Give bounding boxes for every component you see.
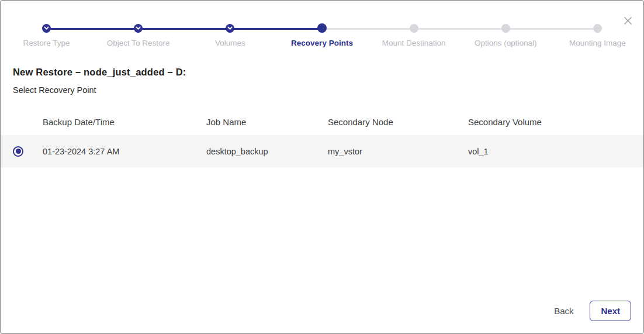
wizard-footer: Back Next [554, 301, 631, 321]
cell-secondary-volume: vol_1 [468, 147, 643, 156]
step-dot-icon [226, 24, 234, 33]
check-chevron-icon [227, 26, 233, 30]
column-header-secondary-node: Secondary Node [328, 117, 468, 127]
step-label: Volumes [215, 37, 245, 49]
recovery-point-radio[interactable] [13, 146, 23, 157]
column-header-job-name: Job Name [206, 117, 328, 127]
next-button[interactable]: Next [590, 301, 631, 321]
table-header-row: Backup Date/TimeJob NameSecondary NodeSe… [1, 108, 643, 135]
step-dot-icon [317, 23, 327, 33]
step-label: Mounting Image [569, 37, 626, 49]
new-restore-wizard-dialog: Restore Type Object To Restore Volumes R… [0, 0, 644, 334]
cell-secondary-node: my_vstor [328, 147, 468, 156]
step-label: Options (optional) [475, 37, 537, 49]
check-chevron-icon [136, 26, 141, 30]
table-body: 01-23-2024 3:27 AMdesktop_backupmy_vstor… [1, 135, 643, 167]
restore-wizard-stepper: Restore Type Object To Restore Volumes R… [1, 1, 643, 49]
step-label: Mount Destination [382, 37, 446, 49]
cell-job-name: desktop_backup [206, 147, 328, 156]
step-dot-icon [134, 24, 143, 33]
step-label: Restore Type [23, 37, 70, 49]
column-header-backup-date-time: Backup Date/Time [43, 117, 206, 127]
step-label: Recovery Points [291, 37, 353, 49]
dialog-header: New Restore – node_just_added – D: Selec… [13, 67, 631, 95]
back-button[interactable]: Back [554, 306, 573, 316]
step-label: Object To Restore [107, 37, 170, 49]
column-header-secondary-volume: Secondary Volume [468, 117, 643, 127]
stepper-step-mounting-image[interactable]: Mounting Image [552, 24, 643, 49]
cell-backup-date-time: 01-23-2024 3:27 AM [43, 147, 206, 156]
recovery-points-table: Backup Date/TimeJob NameSecondary NodeSe… [1, 108, 643, 167]
page-subtitle: Select Recovery Point [13, 85, 631, 95]
step-dot-icon [501, 24, 510, 33]
check-chevron-icon [44, 26, 49, 30]
step-dot-icon [410, 24, 418, 33]
recovery-point-row[interactable]: 01-23-2024 3:27 AMdesktop_backupmy_vstor… [1, 135, 643, 167]
page-title: New Restore – node_just_added – D: [13, 67, 631, 78]
step-dot-icon [42, 24, 51, 33]
step-dot-icon [593, 24, 602, 33]
